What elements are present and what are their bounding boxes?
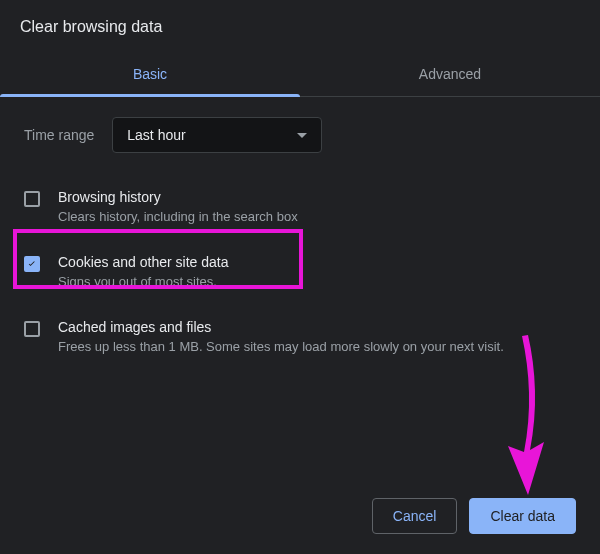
dialog-title: Clear browsing data bbox=[0, 18, 600, 54]
option-cookies: Cookies and other site data Signs you ou… bbox=[24, 246, 576, 311]
option-title: Cached images and files bbox=[58, 319, 576, 335]
time-range-row: Time range Last hour bbox=[24, 117, 576, 153]
option-title: Browsing history bbox=[58, 189, 576, 205]
time-range-value: Last hour bbox=[127, 127, 185, 143]
time-range-select[interactable]: Last hour bbox=[112, 117, 322, 153]
option-browsing-history: Browsing history Clears history, includi… bbox=[24, 181, 576, 246]
checkbox-cached[interactable] bbox=[24, 321, 40, 337]
dialog-footer: Cancel Clear data bbox=[372, 498, 576, 534]
cancel-button[interactable]: Cancel bbox=[372, 498, 458, 534]
checkbox-cookies[interactable] bbox=[24, 256, 40, 272]
option-title: Cookies and other site data bbox=[58, 254, 576, 270]
dialog-body: Time range Last hour Browsing history Cl… bbox=[0, 97, 600, 377]
option-desc: Signs you out of most sites. bbox=[58, 273, 576, 291]
check-icon bbox=[26, 258, 38, 270]
option-cached: Cached images and files Frees up less th… bbox=[24, 311, 576, 376]
time-range-label: Time range bbox=[24, 127, 94, 143]
option-desc: Clears history, including in the search … bbox=[58, 208, 576, 226]
tab-basic[interactable]: Basic bbox=[0, 54, 300, 96]
tab-advanced[interactable]: Advanced bbox=[300, 54, 600, 96]
chevron-down-icon bbox=[297, 133, 307, 138]
checkbox-browsing-history[interactable] bbox=[24, 191, 40, 207]
tabs: Basic Advanced bbox=[0, 54, 600, 97]
option-desc: Frees up less than 1 MB. Some sites may … bbox=[58, 338, 576, 356]
clear-browsing-data-dialog: Clear browsing data Basic Advanced Time … bbox=[0, 0, 600, 377]
clear-data-button[interactable]: Clear data bbox=[469, 498, 576, 534]
